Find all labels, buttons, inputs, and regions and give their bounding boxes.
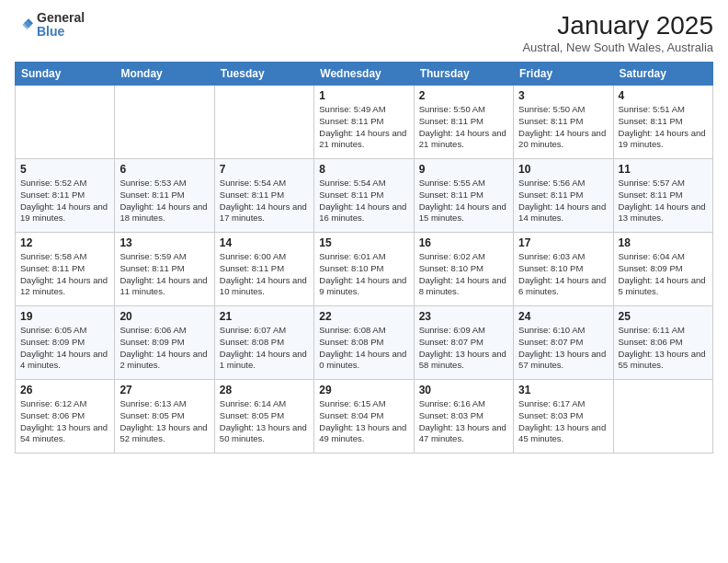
col-tuesday: Tuesday: [214, 63, 313, 86]
day-info: Sunrise: 5:51 AM Sunset: 8:11 PM Dayligh…: [619, 104, 708, 151]
day-number: 11: [619, 163, 708, 176]
day-number: 20: [119, 310, 209, 323]
day-number: 23: [419, 310, 508, 323]
table-row: 6Sunrise: 5:53 AM Sunset: 8:11 PM Daylig…: [115, 159, 214, 233]
table-row: [613, 380, 712, 454]
table-row: 15Sunrise: 6:01 AM Sunset: 8:10 PM Dayli…: [314, 233, 414, 306]
day-info: Sunrise: 6:01 AM Sunset: 8:10 PM Dayligh…: [319, 251, 408, 298]
day-info: Sunrise: 5:54 AM Sunset: 8:11 PM Dayligh…: [220, 178, 309, 224]
logo-icon: [15, 16, 33, 34]
day-info: Sunrise: 5:55 AM Sunset: 8:11 PM Dayligh…: [419, 178, 508, 224]
table-row: 27Sunrise: 6:13 AM Sunset: 8:05 PM Dayli…: [115, 380, 214, 454]
logo-text: General Blue: [37, 11, 85, 40]
table-row: 5Sunrise: 5:52 AM Sunset: 8:11 PM Daylig…: [16, 159, 115, 233]
table-row: 2Sunrise: 5:50 AM Sunset: 8:11 PM Daylig…: [414, 86, 513, 159]
table-row: 29Sunrise: 6:15 AM Sunset: 8:04 PM Dayli…: [314, 380, 414, 454]
day-info: Sunrise: 6:11 AM Sunset: 8:06 PM Dayligh…: [619, 325, 708, 372]
day-number: 24: [518, 310, 608, 323]
table-row: 4Sunrise: 5:51 AM Sunset: 8:11 PM Daylig…: [613, 86, 712, 159]
table-row: 20Sunrise: 6:06 AM Sunset: 8:09 PM Dayli…: [115, 306, 214, 380]
day-number: 12: [20, 236, 109, 249]
day-number: 19: [20, 310, 109, 323]
day-number: 10: [518, 163, 608, 176]
table-row: 14Sunrise: 6:00 AM Sunset: 8:11 PM Dayli…: [214, 233, 313, 306]
day-number: 7: [220, 163, 309, 176]
calendar-week-row: 1Sunrise: 5:49 AM Sunset: 8:11 PM Daylig…: [16, 86, 713, 159]
day-number: 9: [419, 163, 508, 176]
title-block: January 2025 Austral, New South Wales, A…: [522, 11, 713, 54]
table-row: 12Sunrise: 5:58 AM Sunset: 8:11 PM Dayli…: [16, 233, 115, 306]
table-row: 9Sunrise: 5:55 AM Sunset: 8:11 PM Daylig…: [414, 159, 513, 233]
day-info: Sunrise: 5:50 AM Sunset: 8:11 PM Dayligh…: [419, 104, 508, 151]
day-number: 15: [319, 236, 408, 249]
day-info: Sunrise: 6:07 AM Sunset: 8:08 PM Dayligh…: [220, 325, 309, 372]
calendar-header-row: Sunday Monday Tuesday Wednesday Thursday…: [16, 63, 713, 86]
day-number: 27: [119, 384, 209, 396]
day-number: 13: [119, 236, 209, 249]
logo: General Blue: [15, 11, 85, 40]
logo-blue: Blue: [37, 24, 64, 39]
day-number: 31: [518, 384, 608, 396]
page: General Blue January 2025 Austral, New S…: [0, 0, 728, 563]
calendar-week-row: 12Sunrise: 5:58 AM Sunset: 8:11 PM Dayli…: [16, 233, 713, 306]
day-info: Sunrise: 6:09 AM Sunset: 8:07 PM Dayligh…: [419, 325, 508, 372]
day-number: 26: [20, 384, 109, 396]
day-number: 21: [220, 310, 309, 323]
table-row: 28Sunrise: 6:14 AM Sunset: 8:05 PM Dayli…: [214, 380, 313, 454]
col-thursday: Thursday: [414, 63, 513, 86]
table-row: 17Sunrise: 6:03 AM Sunset: 8:10 PM Dayli…: [514, 233, 613, 306]
table-row: [115, 86, 214, 159]
day-number: 22: [319, 310, 408, 323]
day-number: 14: [220, 236, 309, 249]
day-info: Sunrise: 5:50 AM Sunset: 8:11 PM Dayligh…: [518, 104, 608, 151]
day-number: 29: [319, 384, 408, 396]
table-row: [214, 86, 313, 159]
day-number: 5: [20, 163, 109, 176]
day-info: Sunrise: 6:12 AM Sunset: 8:06 PM Dayligh…: [20, 398, 109, 445]
day-info: Sunrise: 6:03 AM Sunset: 8:10 PM Dayligh…: [518, 251, 608, 298]
day-info: Sunrise: 5:49 AM Sunset: 8:11 PM Dayligh…: [319, 104, 408, 151]
day-info: Sunrise: 6:00 AM Sunset: 8:11 PM Dayligh…: [220, 251, 309, 298]
table-row: 11Sunrise: 5:57 AM Sunset: 8:11 PM Dayli…: [613, 159, 712, 233]
table-row: 22Sunrise: 6:08 AM Sunset: 8:08 PM Dayli…: [314, 306, 414, 380]
table-row: 1Sunrise: 5:49 AM Sunset: 8:11 PM Daylig…: [314, 86, 414, 159]
day-info: Sunrise: 5:54 AM Sunset: 8:11 PM Dayligh…: [319, 178, 408, 224]
logo-general: General: [37, 10, 85, 25]
table-row: [16, 86, 115, 159]
table-row: 25Sunrise: 6:11 AM Sunset: 8:06 PM Dayli…: [613, 306, 712, 380]
day-number: 4: [619, 89, 708, 102]
calendar-week-row: 19Sunrise: 6:05 AM Sunset: 8:09 PM Dayli…: [16, 306, 713, 380]
day-number: 6: [119, 163, 209, 176]
table-row: 13Sunrise: 5:59 AM Sunset: 8:11 PM Dayli…: [115, 233, 214, 306]
col-wednesday: Wednesday: [314, 63, 414, 86]
day-info: Sunrise: 5:53 AM Sunset: 8:11 PM Dayligh…: [119, 178, 209, 224]
table-row: 10Sunrise: 5:56 AM Sunset: 8:11 PM Dayli…: [514, 159, 613, 233]
table-row: 21Sunrise: 6:07 AM Sunset: 8:08 PM Dayli…: [214, 306, 313, 380]
month-year: January 2025: [522, 11, 713, 40]
table-row: 24Sunrise: 6:10 AM Sunset: 8:07 PM Dayli…: [514, 306, 613, 380]
day-info: Sunrise: 5:52 AM Sunset: 8:11 PM Dayligh…: [20, 178, 109, 224]
table-row: 30Sunrise: 6:16 AM Sunset: 8:03 PM Dayli…: [414, 380, 513, 454]
day-info: Sunrise: 6:15 AM Sunset: 8:04 PM Dayligh…: [319, 398, 408, 445]
col-saturday: Saturday: [613, 63, 712, 86]
table-row: 8Sunrise: 5:54 AM Sunset: 8:11 PM Daylig…: [314, 159, 414, 233]
table-row: 26Sunrise: 6:12 AM Sunset: 8:06 PM Dayli…: [16, 380, 115, 454]
day-number: 28: [220, 384, 309, 396]
calendar-week-row: 5Sunrise: 5:52 AM Sunset: 8:11 PM Daylig…: [16, 159, 713, 233]
day-info: Sunrise: 5:58 AM Sunset: 8:11 PM Dayligh…: [20, 251, 109, 298]
table-row: 18Sunrise: 6:04 AM Sunset: 8:09 PM Dayli…: [613, 233, 712, 306]
day-number: 16: [419, 236, 508, 249]
calendar: Sunday Monday Tuesday Wednesday Thursday…: [15, 62, 713, 454]
day-info: Sunrise: 5:57 AM Sunset: 8:11 PM Dayligh…: [619, 178, 708, 224]
table-row: 7Sunrise: 5:54 AM Sunset: 8:11 PM Daylig…: [214, 159, 313, 233]
day-number: 2: [419, 89, 508, 102]
day-info: Sunrise: 6:08 AM Sunset: 8:08 PM Dayligh…: [319, 325, 408, 372]
day-number: 1: [319, 89, 408, 102]
calendar-week-row: 26Sunrise: 6:12 AM Sunset: 8:06 PM Dayli…: [16, 380, 713, 454]
table-row: 31Sunrise: 6:17 AM Sunset: 8:03 PM Dayli…: [514, 380, 613, 454]
day-number: 17: [518, 236, 608, 249]
day-info: Sunrise: 6:16 AM Sunset: 8:03 PM Dayligh…: [419, 398, 508, 445]
day-info: Sunrise: 6:02 AM Sunset: 8:10 PM Dayligh…: [419, 251, 508, 298]
location: Austral, New South Wales, Australia: [522, 40, 713, 54]
col-friday: Friday: [514, 63, 613, 86]
